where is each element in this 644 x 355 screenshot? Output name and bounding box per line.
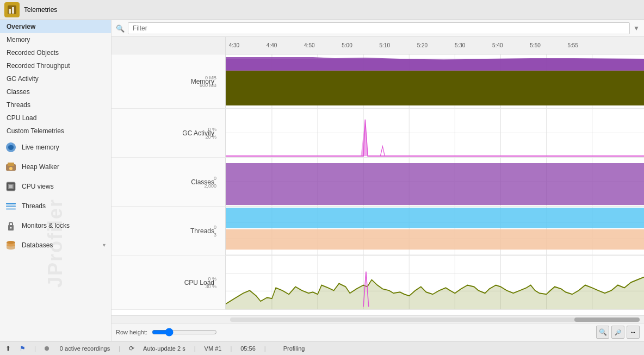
threads-cat-icon [4,200,17,213]
sidebar-item-threads-label: Threads [7,101,30,109]
app-icon [4,2,20,17]
sidebar-category-databases[interactable]: Databases ▼ [0,235,111,255]
sidebar-item-custom-label: Custom Telemetries [7,127,64,135]
tick-430: 4:30 [229,42,239,48]
tick-520: 5:20 [417,42,428,48]
sidebar-item-threads[interactable]: Threads [0,98,111,111]
recordings-text: 0 active recordings [60,345,110,352]
sidebar-item-recorded-objects[interactable]: Recorded Objects [0,46,111,59]
reset-icon: ↔ [630,328,636,336]
sidebar-item-memory[interactable]: Memory [0,33,111,46]
sidebar-category-monitors-label: Monitors & locks [22,222,70,229]
sidebar-category-threads[interactable]: Threads [0,196,111,216]
main-area: Overview Memory Recorded Objects Recorde… [0,20,644,341]
memory-chart-label: 600 MB Memory 0 MB [112,54,226,108]
sidebar-item-cpu-label: CPU Load [7,114,36,122]
sidebar-item-classes-label: Classes [7,88,30,96]
memory-y-bottom: 0 MB [205,75,216,80]
filter-input[interactable] [128,22,630,34]
classes-label-text: Classes [191,178,214,186]
scroll-track[interactable] [230,317,640,322]
memory-chart-content [226,54,644,108]
status-sep3: | [194,345,196,352]
cpu-svg [226,256,644,309]
sidebar-item-cpu-load[interactable]: CPU Load [0,111,111,124]
sidebar-category-threads-label: Threads [22,202,46,210]
status-sep2: | [119,345,120,352]
gc-chart-content [226,109,644,157]
svg-marker-55 [226,163,644,205]
row-height-slider[interactable] [152,328,217,337]
threads-label-text: Threads [190,227,214,235]
row-height-bar: Row height: 🔍 🔎 ↔ [112,323,644,341]
memory-svg [226,54,644,108]
zoom-in-button[interactable]: 🔍 [596,326,609,339]
sidebar-item-overview-label: Overview [7,23,35,30]
threads-chart-row: 3 Threads 0 [112,207,644,256]
svg-rect-69 [226,229,644,250]
heap-walker-icon [4,160,17,173]
svg-rect-10 [9,185,13,188]
sidebar-category-cpu-views[interactable]: CPU views [0,177,111,196]
tick-555: 5:55 [568,42,578,48]
cpu-views-icon [4,180,17,193]
filter-dropdown-icon[interactable]: ▼ [633,24,640,32]
row-height-label: Row height: [116,329,147,335]
sidebar-item-memory-label: Memory [7,36,30,43]
cpu-y-bottom: 0 % [208,276,216,282]
toolbar-right: 🔍 🔎 ↔ [596,326,640,339]
sidebar-category-monitors[interactable]: Monitors & locks [0,216,111,235]
status-bar: ⬆ ⚑ | 0 active recordings | ⟳ Auto-updat… [0,341,644,355]
timeline-header: 4:30 4:40 4:50 5:00 5:10 5:20 5:30 5:40 … [112,37,644,54]
svg-rect-13 [6,208,16,210]
scroll-thumb[interactable] [574,317,640,322]
gc-chart-row: 20 % GC Activity 0 % [112,109,644,158]
tick-550: 5:50 [530,42,540,48]
svg-rect-11 [6,203,16,204]
sidebar-item-overview[interactable]: Overview [0,20,111,33]
svg-rect-1 [9,9,11,14]
svg-point-7 [9,167,13,170]
svg-point-15 [10,227,12,229]
filter-bar: 🔍 ▼ [112,20,644,37]
sidebar-item-gc-activity[interactable]: GC Activity [0,72,111,85]
svg-rect-6 [8,163,14,166]
live-memory-icon [4,141,17,154]
sidebar-category-heap-walker-label: Heap Walker [22,163,59,171]
svg-marker-30 [226,71,644,105]
sidebar-category-live-memory[interactable]: Live memory [0,138,111,157]
scroll-bar [112,315,644,323]
monitors-icon [4,219,17,232]
zoom-out-icon: 🔎 [615,329,621,335]
tick-510: 5:10 [379,42,389,48]
sidebar-item-recorded-throughput[interactable]: Recorded Throughput [0,59,111,72]
databases-icon [4,239,17,252]
app-title: Telemetries [24,6,57,14]
upload-icon: ⬆ [5,345,11,352]
zoom-out-button[interactable]: 🔎 [611,326,624,339]
gc-svg [226,109,644,157]
recording-dot [45,346,49,351]
chart-area[interactable]: 600 MB Memory 0 MB [112,54,644,315]
sidebar-category-heap-walker[interactable]: Heap Walker [0,157,111,177]
gc-chart-label: 20 % GC Activity 0 % [112,109,226,157]
cpu-chart-content [226,256,644,309]
zoom-in-icon: 🔍 [599,328,607,336]
reset-zoom-button[interactable]: ↔ [627,326,640,339]
classes-chart-label: 2,000 Classes 0 [112,158,226,206]
sidebar-item-recorded-throughput-label: Recorded Throughput [7,62,70,70]
sidebar-category-cpu-views-label: CPU views [22,183,54,190]
svg-rect-2 [12,7,14,14]
cpu-chart-label: 30 % CPU Load 0 % [112,256,226,309]
app-container: Telemetries Overview Memory Recorded Obj… [0,0,644,355]
classes-svg [226,158,644,206]
status-sep4: | [230,345,232,352]
svg-point-4 [8,145,14,150]
sidebar: Overview Memory Recorded Objects Recorde… [0,20,112,341]
svg-marker-82 [226,277,644,309]
sidebar-item-custom[interactable]: Custom Telemetries [0,124,111,138]
timeline-ticks: 4:30 4:40 4:50 5:00 5:10 5:20 5:30 5:40 … [226,37,644,54]
sidebar-item-classes[interactable]: Classes [0,85,111,98]
top-bar: Telemetries [0,0,644,20]
threads-chart-content [226,207,644,255]
